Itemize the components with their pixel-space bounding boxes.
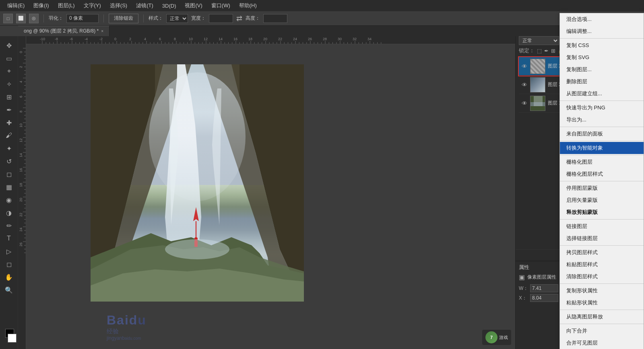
lock-label: 锁定： [519, 47, 535, 54]
tool-move[interactable]: ✥ [3, 39, 15, 51]
ctx-convert-smart[interactable]: 转换为智能对象 [560, 142, 644, 154]
tool-shape[interactable]: ◻ [3, 258, 15, 270]
swap-icon[interactable]: ⇄ [236, 14, 242, 23]
document-tab[interactable]: ong @ 90% (图层 2 拷贝, RGB/8) * × [18, 26, 109, 36]
ctx-paste-style[interactable]: 粘贴图层样式 [560, 259, 644, 271]
ctx-from-layer-panel[interactable]: 来自图层的面板 [560, 128, 644, 140]
tool-zoom[interactable]: 🔍 [3, 284, 15, 296]
svg-point-17 [165, 239, 229, 259]
ctx-rasterize-style[interactable]: 栅格化图层样式 [560, 168, 644, 180]
menu-bar: 编辑(E) 图像(I) 图层(L) 文字(Y) 选择(S) 滤镜(T) 3D(D… [0, 0, 644, 11]
ctx-make-group[interactable]: 从图层建立组... [560, 88, 644, 100]
tool-dodge[interactable]: ◑ [3, 207, 15, 219]
width-input[interactable] [209, 14, 233, 23]
height-input[interactable] [263, 14, 287, 23]
tool-history-brush[interactable]: ↺ [3, 155, 15, 167]
ctx-select-linked[interactable]: 选择链接图层 [560, 232, 644, 244]
pixel-label: 像素图层属性 [527, 274, 556, 281]
tool-magic-wand[interactable]: ✧ [3, 78, 15, 90]
ctx-edit-adjustment[interactable]: 编辑调整... [560, 25, 644, 37]
x-input[interactable] [530, 294, 558, 302]
lock-artboard-icon[interactable]: ⊞ [551, 48, 555, 54]
menu-layer[interactable]: 图层(L) [54, 0, 79, 11]
ctx-sep10 [560, 310, 644, 310]
menu-image[interactable]: 图像(I) [29, 0, 53, 11]
ctx-rasterize[interactable]: 栅格化图层 [560, 156, 644, 168]
watermark-url-text: jingyanbaidu.com [107, 335, 147, 341]
menu-3d[interactable]: 3D(D) [158, 1, 180, 10]
toolbar-icon2[interactable]: ⬜ [16, 14, 26, 23]
menu-filter[interactable]: 滤镜(T) [132, 0, 157, 11]
bg-color[interactable] [8, 334, 17, 343]
menu-window[interactable]: 窗口(W) [207, 0, 234, 11]
tool-crop[interactable]: ⊞ [3, 91, 15, 103]
ctx-link-layers[interactable]: 链接图层 [560, 220, 644, 232]
lock-pos-icon[interactable]: ✒ [544, 48, 549, 54]
tool-blur[interactable]: ◉ [3, 194, 15, 206]
ctx-enable-vector-mask[interactable]: 启用矢量蒙版 [560, 194, 644, 206]
toolbar-sep1 [43, 14, 44, 23]
ctx-copy-layer[interactable]: 复制图层... [560, 64, 644, 76]
ctx-clear-style[interactable]: 清除图层样式 [560, 271, 644, 283]
ctx-merge-down[interactable]: 向下合并 [560, 325, 644, 337]
clear-btn[interactable]: 清除锯齿 [109, 14, 138, 23]
tool-path-select[interactable]: ▷ [3, 245, 15, 257]
tab-close-btn[interactable]: × [101, 29, 103, 33]
ctx-export-png[interactable]: 快速导出为 PNG [560, 102, 644, 114]
ctx-sep7 [560, 219, 644, 220]
ctx-release-isolation[interactable]: 从隐离图层释放 [560, 311, 644, 323]
ctx-disable-mask[interactable]: 停用图层蒙版 [560, 182, 644, 194]
style-select[interactable]: 正常 [166, 14, 188, 23]
watermark: Baidu 经验 jingyanbaidu.com [107, 313, 147, 341]
vertical-ruler [18, 36, 26, 349]
tool-eraser[interactable]: ◻ [3, 168, 15, 180]
layer-0-thumb-img [530, 59, 545, 74]
toolbar-icon1[interactable]: □ [3, 14, 13, 23]
tool-gradient[interactable]: ▦ [3, 181, 15, 193]
ctx-copy-css[interactable]: 复制 CSS [560, 39, 644, 51]
menu-help[interactable]: 帮助(H) [235, 0, 261, 11]
watermark-baidu-text: Baidu [107, 313, 147, 328]
ctx-blend-options[interactable]: 混合选项... [560, 13, 644, 25]
watermark-youxi: 7 游戏 [482, 330, 511, 345]
ctx-release-clipping[interactable]: 释放剪贴蒙版 [560, 206, 644, 218]
menu-view[interactable]: 视图(V) [181, 0, 206, 11]
ctx-copy-style[interactable]: 拷贝图层样式 [560, 246, 644, 259]
layer-1-eye[interactable]: 👁 [520, 81, 528, 89]
tool-heal[interactable]: ✚ [3, 117, 15, 129]
menu-select[interactable]: 选择(S) [106, 0, 131, 11]
toolbar-icon3[interactable]: ◎ [29, 14, 39, 23]
tool-lasso[interactable]: ⌖ [3, 65, 15, 77]
lock-pixel-icon[interactable]: ⬚ [537, 48, 542, 54]
layer-0-thumb [530, 59, 545, 74]
blend-mode-select[interactable]: 正常 [519, 36, 559, 45]
ctx-sep8 [560, 245, 644, 246]
tool-select-rect[interactable]: ▭ [3, 52, 15, 64]
ctx-copy-svg[interactable]: 复制 SVG [560, 51, 644, 64]
tool-type[interactable]: T [3, 232, 15, 244]
tool-hand[interactable]: ✋ [3, 271, 15, 283]
menu-edit[interactable]: 编辑(E) [3, 0, 29, 11]
ctx-paste-shape[interactable]: 粘贴形状属性 [560, 297, 644, 309]
ctx-delete-layer[interactable]: 删除图层 [560, 76, 644, 88]
width-label: 宽度： [191, 15, 206, 22]
tool-brush[interactable]: 🖌 [3, 129, 15, 142]
feather-label: 羽化： [49, 15, 63, 22]
ctx-export-as[interactable]: 导出为... [560, 114, 644, 126]
svg-rect-20 [534, 96, 543, 106]
toolbar-sep2 [103, 14, 104, 23]
tool-pen[interactable]: ✏ [3, 220, 15, 232]
watermark-jingyan-text: 经验 [107, 328, 147, 335]
ctx-copy-shape[interactable]: 复制形状属性 [560, 285, 644, 297]
w-input[interactable] [530, 284, 558, 292]
ctx-merge-visible[interactable]: 合并可见图层 [560, 337, 644, 349]
layer-2-eye[interactable]: 👁 [520, 99, 528, 107]
feather-input[interactable] [66, 14, 99, 23]
pixel-layer-icon2: ▣ [519, 273, 525, 281]
layer-0-eye[interactable]: 👁 [520, 62, 528, 70]
tool-eyedropper[interactable]: ✒ [3, 104, 15, 116]
canvas-area: Baidu 经验 jingyanbaidu.com 7 游戏 [26, 44, 515, 349]
menu-type[interactable]: 文字(Y) [80, 0, 105, 11]
tool-clone[interactable]: ✦ [3, 142, 15, 154]
ctx-sep1 [560, 38, 644, 39]
